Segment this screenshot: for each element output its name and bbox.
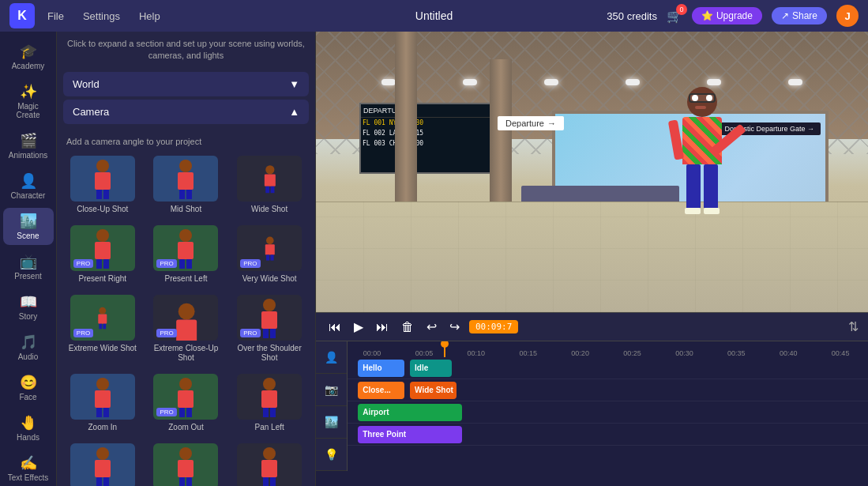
camera-grid: Close-Up Shot Mid Shot — [63, 153, 309, 486]
tl-tracks: Hello Idle Close... Wide Shot Airport — [348, 357, 868, 446]
time-display: 00:09:7 — [469, 320, 518, 333]
clip-close[interactable]: Close... — [358, 382, 404, 399]
timeline-body: 👤 📷 🏙️ 💡 00:00 — [316, 341, 868, 471]
camera-card-extra-2[interactable] — [147, 440, 226, 486]
skip-forward-button[interactable]: ⏭ — [373, 318, 392, 336]
character-track-icon: 👤 — [325, 351, 338, 364]
over-shoulder-shot-label: Over the Shoulder Shot — [233, 344, 306, 363]
extra-1-thumb — [70, 443, 135, 486]
camera-card-zoom-out[interactable]: PRO Zoom Out — [147, 371, 226, 435]
user-avatar[interactable]: J — [836, 5, 859, 27]
sidebar-item-story[interactable]: 📖 Story — [3, 288, 54, 326]
tick-40: 00:40 — [780, 349, 798, 357]
sidebar-item-scene[interactable]: 🏙️ Scene — [3, 208, 54, 245]
timeline-expand-icon[interactable]: ⇅ — [848, 319, 859, 334]
skip-back-button[interactable]: ⏮ — [325, 318, 344, 336]
clip-wide-shot[interactable]: Wide Shot — [410, 382, 457, 399]
camera-card-very-wide-shot[interactable]: PRO Very Wide Shot — [230, 222, 309, 287]
present-left-pro-badge: PRO — [156, 259, 176, 268]
camera-card-close-up-shot[interactable]: Close-Up Shot — [63, 153, 142, 217]
app-logo: K — [9, 3, 35, 28]
canvas-area: DEPARTURES FL 001 NYC 08:30 FL 002 LAX 0… — [316, 32, 868, 486]
extra-2-thumb — [153, 443, 218, 486]
extreme-wide-shot-pro-badge: PRO — [73, 329, 93, 337]
play-button[interactable]: ▶ — [351, 318, 366, 336]
sidebar-item-text-effects[interactable]: ✍️ Text Effects — [3, 450, 54, 486]
sidebar-item-face[interactable]: 😊 Face — [3, 369, 54, 406]
nav-file[interactable]: File — [47, 10, 64, 22]
credits-display: 350 credits — [607, 10, 657, 22]
sidebar-item-academy[interactable]: 🎓 Academy — [3, 38, 54, 75]
pillar-left-1 — [395, 32, 417, 217]
tick-0: 00:00 — [363, 349, 381, 357]
camera-card-extra-1[interactable] — [63, 440, 142, 486]
viewport[interactable]: DEPARTURES FL 001 NYC 08:30 FL 002 LAX 0… — [316, 32, 868, 312]
present-icon: 📺 — [20, 253, 37, 270]
present-right-label: Present Right — [79, 274, 127, 284]
share-button[interactable]: ↗ Share — [772, 7, 827, 24]
tick-25: 00:25 — [623, 349, 641, 357]
upgrade-button[interactable]: ⭐ Upgrade — [692, 7, 762, 24]
nav-menu: File Settings Help — [47, 10, 160, 22]
sidebar-item-character[interactable]: 👤 Character — [3, 168, 54, 205]
camera-card-extreme-close-up-shot[interactable]: PRO Extreme Close-Up Shot — [147, 292, 226, 366]
timeline-ruler: 00:00 00:05 00:10 00:15 00:20 00:25 00:3… — [348, 341, 868, 357]
audio-icon: 🎵 — [20, 333, 37, 351]
camera-card-extreme-wide-shot[interactable]: PRO Extreme Wide Shot — [63, 292, 142, 366]
scene-panel: Click to expand a section and set up you… — [57, 32, 316, 486]
sidebar-item-hands[interactable]: 🤚 Hands — [3, 409, 54, 446]
camera-card-extra-3[interactable] — [230, 440, 309, 486]
track-labels: 👤 📷 🏙️ 💡 — [316, 341, 348, 471]
nav-help[interactable]: Help — [139, 10, 160, 22]
timeline-controls: ⏮ ▶ ⏭ 🗑 ↩ ↪ 00:09:7 ⇅ — [316, 313, 868, 341]
panel-hint: Click to expand a section and set up you… — [57, 32, 315, 69]
undo-button[interactable]: ↩ — [423, 318, 440, 336]
zoom-in-label: Zoom In — [88, 423, 117, 432]
nav-settings[interactable]: Settings — [83, 10, 120, 22]
camera-card-present-left[interactable]: PRO Present Left — [147, 222, 226, 287]
clip-three-point[interactable]: Three Point — [358, 426, 462, 443]
cart-icon[interactable]: 🛒0 — [667, 9, 682, 24]
camera-card-present-right[interactable]: PRO Present Right — [63, 222, 142, 287]
scene-track-icon: 🏙️ — [325, 416, 338, 428]
character-container — [671, 87, 734, 213]
sidebar-item-audio[interactable]: 🎵 Audio — [3, 329, 54, 366]
present-right-thumb: PRO — [70, 225, 135, 271]
tick-5: 00:05 — [415, 349, 434, 357]
clip-idle[interactable]: Idle — [410, 360, 452, 377]
close-up-shot-label: Close-Up Shot — [77, 205, 128, 214]
timeline-main: 00:00 00:05 00:10 00:15 00:20 00:25 00:3… — [348, 341, 868, 471]
pan-left-label: Pan Left — [255, 423, 284, 432]
track-label-light: 💡 — [316, 439, 347, 471]
camera-card-pan-left[interactable]: Pan Left — [230, 371, 309, 435]
world-section-header[interactable]: World ▼ — [63, 72, 309, 96]
floor-tiles — [316, 202, 868, 312]
clip-airport[interactable]: Airport — [358, 404, 462, 421]
main-area: 🎓 Academy ✨ Magic Create 🎬 Animations 👤 … — [0, 32, 868, 486]
timeline: ⏮ ▶ ⏭ 🗑 ↩ ↪ 00:09:7 ⇅ 👤 📷 — [316, 312, 868, 486]
sidebar-item-animations[interactable]: 🎬 Animations — [3, 127, 54, 164]
scene-icon: 🏙️ — [20, 213, 37, 230]
very-wide-shot-thumb: PRO — [237, 225, 302, 271]
track-row-camera: Close... Wide Shot — [348, 379, 868, 401]
sidebar-item-present[interactable]: 📺 Present — [3, 248, 54, 285]
mid-shot-label: Mid Shot — [171, 205, 201, 214]
very-wide-shot-pro-badge: PRO — [240, 259, 260, 268]
camera-section-header[interactable]: Camera ▲ — [63, 100, 309, 124]
camera-card-mid-shot[interactable]: Mid Shot — [147, 153, 226, 217]
camera-card-over-shoulder-shot[interactable]: PRO Over the Shoulder Shot — [230, 292, 309, 366]
extra-3-thumb — [237, 443, 302, 486]
redo-button[interactable]: ↪ — [446, 318, 463, 336]
camera-card-zoom-in[interactable]: Zoom In — [63, 371, 142, 435]
sidebar-item-magic-create[interactable]: ✨ Magic Create — [3, 78, 54, 124]
close-up-shot-thumb — [70, 156, 135, 202]
track-label-camera: 📷 — [316, 374, 347, 406]
clip-hello[interactable]: Hello — [358, 360, 404, 377]
present-right-pro-badge: PRO — [73, 259, 93, 268]
zoom-out-label: Zoom Out — [168, 423, 203, 432]
extreme-close-up-shot-thumb: PRO — [153, 295, 218, 341]
share-icon: ↗ — [781, 10, 789, 21]
delete-button[interactable]: 🗑 — [398, 318, 417, 336]
tick-15: 00:15 — [519, 349, 537, 357]
camera-card-wide-shot[interactable]: Wide Shot — [230, 153, 309, 217]
